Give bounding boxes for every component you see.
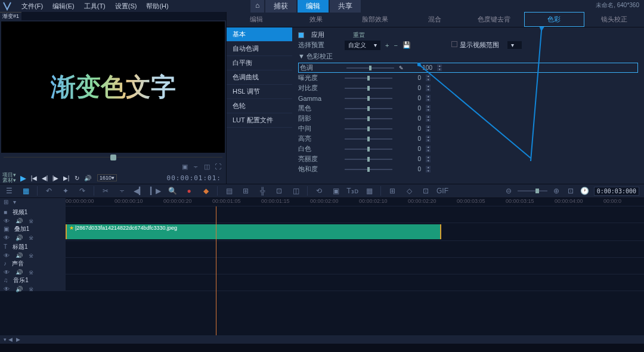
menu-edit[interactable]: 编辑(E) (48, 2, 79, 11)
tool-j-icon[interactable]: ◇ (404, 186, 414, 196)
etab-lens[interactable]: 镜头校正 (584, 12, 644, 27)
track-vis-icon[interactable]: 👁 (4, 286, 10, 292)
loop-button[interactable]: ↻ (72, 173, 82, 183)
eside-curve[interactable]: 色调曲线 (227, 70, 292, 85)
etab-effect[interactable]: 效果 (286, 12, 346, 27)
track-body[interactable] (66, 274, 644, 291)
remove-preset-icon[interactable]: − (394, 42, 397, 49)
tool-gif-icon[interactable]: GIF (437, 186, 448, 196)
main-tab-home[interactable]: ⌂ (250, 0, 264, 13)
param-slider[interactable] (345, 118, 392, 119)
param-value[interactable]: 0 (397, 166, 421, 172)
param-spinner[interactable]: ▴▾ (426, 95, 431, 102)
toolbar-timecode[interactable]: 0:00:03:000 (594, 187, 639, 196)
track-menu-icon[interactable]: ▾ (13, 199, 16, 205)
etab-chroma[interactable]: 色度键去背 (465, 12, 524, 27)
undo-icon[interactable]: ↶ (44, 186, 54, 196)
zoom-out-icon[interactable]: ⊖ (503, 186, 514, 196)
crop-icon[interactable]: ▣ (182, 163, 188, 171)
param-value[interactable]: 0 (397, 115, 421, 122)
param-value[interactable]: 0 (397, 105, 421, 112)
eside-wb[interactable]: 白平衡 (227, 56, 292, 70)
eyedropper-icon[interactable]: ✎ (399, 65, 404, 71)
main-tab-capture[interactable]: 捕获 (265, 0, 296, 13)
etab-color[interactable]: 色彩 (524, 12, 585, 27)
preview-scrubber[interactable] (0, 154, 226, 161)
param-value[interactable]: 0 (397, 146, 421, 152)
param-value[interactable]: 0 (397, 95, 421, 101)
menu-tools[interactable]: 工具(T) (79, 2, 110, 11)
ruler-ticks[interactable]: 00:00:00:0000:00:00:1000:00:00:2000:00:0… (66, 198, 644, 206)
tool-f-icon[interactable]: ⟲ (314, 186, 324, 196)
track-mute-icon[interactable]: 🔊 (16, 234, 23, 241)
preset-dropdown[interactable]: 自定义▾ (345, 41, 380, 50)
track-body[interactable] (66, 258, 644, 274)
eside-autotone[interactable]: 自动色调 (227, 42, 292, 56)
track-add-icon[interactable]: ⊞ (4, 199, 8, 205)
tool-record-icon[interactable]: ● (184, 186, 194, 196)
eside-lut[interactable]: LUT 配置文件 (227, 113, 292, 128)
main-tab-share[interactable]: 共享 (330, 0, 361, 13)
param-slider[interactable] (345, 159, 392, 160)
scrubber-thumb[interactable] (110, 155, 116, 160)
etab-face[interactable]: 脸部效果 (345, 12, 405, 27)
tool-e-icon[interactable]: ◫ (290, 186, 301, 196)
param-spinner[interactable]: ▴▾ (426, 85, 431, 92)
track-vis-icon[interactable]: 👁 (4, 234, 10, 241)
param-value[interactable]: 0 (397, 75, 421, 81)
track-body[interactable] (66, 241, 644, 257)
fit-icon[interactable]: ⊡ (565, 186, 576, 196)
zoom-slider[interactable] (518, 190, 547, 192)
storyboard-view-icon[interactable]: ☰ (4, 186, 14, 196)
tool-split-icon[interactable]: ⫟ (117, 186, 128, 196)
zoom-in-icon[interactable]: ⊕ (551, 186, 562, 196)
redo-icon[interactable]: ↷ (77, 186, 88, 196)
eside-basic[interactable]: 基本 (227, 27, 292, 42)
param-spinner[interactable]: ▴▾ (426, 105, 431, 112)
main-tab-edit[interactable]: 编辑 (298, 0, 329, 13)
param-spinner[interactable]: ▴▾ (426, 166, 431, 173)
param-value[interactable]: 0 (397, 85, 421, 91)
param-value[interactable]: 0 (397, 135, 421, 142)
range-dropdown[interactable]: ▾ (507, 41, 522, 49)
param-value[interactable]: 0 (397, 125, 421, 132)
tool-fx-icon[interactable]: ✦ (60, 186, 71, 196)
track-body[interactable] (66, 206, 644, 223)
param-spinner[interactable]: ▴▾ (426, 75, 431, 82)
tool-h-icon[interactable]: ▦ (364, 186, 374, 196)
step-forward-button[interactable]: |▶ (51, 173, 60, 183)
fullscreen-icon[interactable]: ⛶ (215, 163, 221, 171)
param-spinner[interactable]: ▴▾ (437, 64, 442, 72)
tool-zoom-icon[interactable]: 🔍 (167, 186, 178, 196)
play-button[interactable]: ▶ (18, 173, 28, 183)
tool-b-icon[interactable]: ⊞ (240, 186, 251, 196)
tool-k-icon[interactable]: ⊡ (420, 186, 431, 196)
mute-button[interactable]: 🔊 (83, 173, 92, 183)
menu-file[interactable]: 文件(F) (17, 2, 48, 11)
scroll-left-icon[interactable]: ▾ ◀ (4, 336, 13, 342)
tool-g-icon[interactable]: ▣ (330, 186, 341, 196)
param-slider[interactable] (345, 108, 392, 109)
add-preset-icon[interactable]: + (385, 42, 389, 49)
tool-d-icon[interactable]: ⊡ (274, 186, 284, 196)
fps-selector[interactable]: 1610▾ (97, 174, 117, 181)
param-slider[interactable] (345, 128, 392, 129)
tool-i-icon[interactable]: ⊞ (387, 186, 398, 196)
etab-edit[interactable]: 编辑 (227, 12, 286, 27)
menu-help[interactable]: 帮助(H) (141, 2, 173, 11)
param-spinner[interactable]: ▴▾ (426, 146, 431, 153)
param-slider[interactable] (345, 169, 392, 170)
param-spinner[interactable]: ▴▾ (426, 115, 431, 122)
tool-cut-icon[interactable]: ✂ (100, 186, 111, 196)
eside-wheel[interactable]: 色轮 (227, 99, 292, 113)
preview-tab[interactable]: 渐变#1 (0, 12, 21, 20)
param-slider[interactable] (346, 67, 394, 69)
param-spinner[interactable]: ▴▾ (426, 156, 431, 163)
track-body[interactable]: ★|2867d033fa14214822dc674bdfc3330.jpeg (66, 223, 644, 240)
param-value[interactable]: 0 (397, 156, 421, 162)
step-back-button[interactable]: ◀| (40, 173, 49, 183)
tool-3d-icon[interactable]: T₃ᴅ (347, 186, 358, 196)
param-slider[interactable] (345, 149, 392, 150)
tool-trim-left-icon[interactable]: ◀▎ (134, 186, 144, 196)
split-icon[interactable]: ⫟ (193, 163, 199, 171)
